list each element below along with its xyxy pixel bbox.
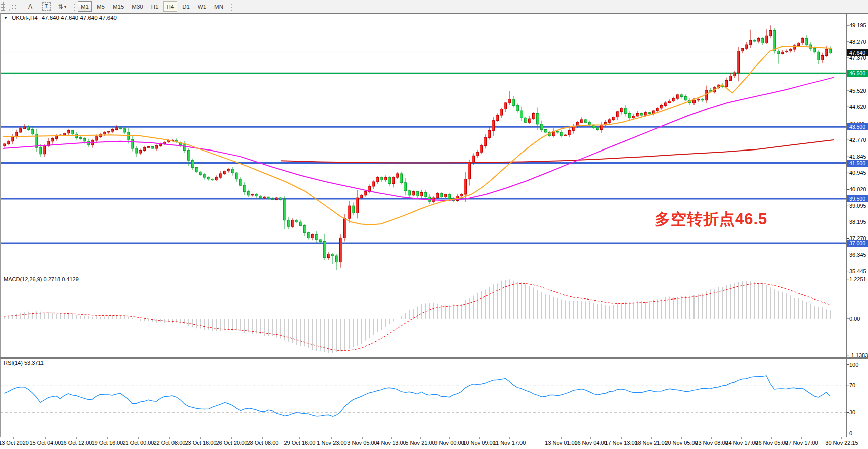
candle-body — [468, 162, 471, 179]
rsi-tick-label: 70 — [849, 382, 855, 388]
candle-body — [352, 206, 355, 213]
candle-body — [745, 45, 748, 48]
price-tick-label: 45.520 — [849, 88, 866, 94]
candle-body — [388, 177, 391, 183]
candle-body — [412, 192, 415, 195]
date-label: 28 Oct 08:00 — [247, 440, 279, 446]
candle-body — [396, 174, 399, 177]
level-price-box: 43.500 — [847, 123, 868, 130]
candle-body — [533, 113, 535, 119]
candle-body — [641, 113, 643, 115]
candle-body — [484, 138, 487, 146]
candle-body — [677, 95, 679, 98]
candle-body — [781, 52, 784, 54]
candle-body — [224, 171, 226, 174]
candle-body — [328, 254, 330, 258]
chart-annotation-text: 多空转折点46.5 — [655, 209, 767, 230]
candle-body — [645, 113, 647, 115]
date-label: 5 Nov 21:00 — [405, 440, 435, 446]
date-label: 16 Nov 04:00 — [574, 440, 607, 446]
candle-body — [629, 113, 631, 118]
candle-body — [240, 179, 242, 185]
candle-body — [673, 98, 675, 101]
candle-body — [697, 99, 700, 100]
candle-body — [464, 179, 467, 194]
date-label: 13 Nov 01:00 — [545, 440, 577, 446]
candle-body — [360, 195, 363, 198]
date-label: 29 Oct 16:00 — [284, 440, 316, 446]
macd-rsi-separator[interactable] — [0, 357, 868, 358]
candle-body — [416, 192, 419, 196]
candle-body — [440, 193, 443, 197]
candle-body — [220, 174, 222, 177]
candle-body — [633, 116, 635, 118]
candle-body — [500, 109, 503, 115]
price-tick-label: 35.445 — [849, 268, 866, 274]
candle-body — [769, 31, 772, 36]
date-label: 23 Nov 08:00 — [695, 440, 728, 446]
candle-body — [115, 128, 118, 130]
candle-body — [268, 197, 270, 199]
price-tick-label: 44.620 — [849, 104, 866, 110]
chart-title: UKOil-,H4 — [12, 15, 38, 21]
candle-body — [280, 198, 282, 200]
macd-panel-top-border — [0, 275, 868, 275]
price-tick-label: 49.195 — [849, 22, 866, 28]
candle-body — [512, 99, 515, 105]
date-label: 23 Oct 16:00 — [185, 440, 217, 446]
candle-body — [488, 130, 491, 137]
candle-body — [31, 130, 34, 134]
candle-body — [288, 220, 290, 226]
candle-body — [276, 198, 278, 200]
date-label: 13 Oct 2020 — [0, 440, 29, 446]
candle-body — [332, 254, 334, 256]
rsi-line — [4, 376, 830, 416]
candle-body — [829, 49, 832, 53]
date-label: 4 Nov 13:00 — [376, 440, 406, 446]
candle-body — [139, 151, 142, 153]
price-tick-label: 40.020 — [849, 186, 866, 192]
date-label: 27 Nov 17:00 — [785, 440, 818, 446]
candle-body — [669, 101, 671, 103]
macd-tick-label: 0.00 — [849, 316, 860, 322]
candle-body — [51, 138, 54, 141]
candle-body — [785, 51, 788, 52]
date-label: 26 Nov 05:00 — [755, 440, 788, 446]
candle-body — [701, 99, 704, 100]
date-label: 15 Oct 04:00 — [30, 440, 61, 446]
candle-body — [272, 199, 274, 200]
candle-body — [404, 183, 407, 191]
rsi-tick-label: 0 — [849, 430, 852, 436]
candle-body — [545, 130, 547, 132]
candle-body — [496, 115, 499, 121]
date-label: 20 Nov 05:00 — [665, 440, 698, 446]
candle-body — [284, 200, 286, 220]
candle-body — [324, 242, 326, 258]
main-macd-separator[interactable] — [0, 274, 868, 274]
candle-body — [384, 177, 387, 180]
candle-body — [749, 40, 752, 45]
candle-body — [741, 48, 744, 51]
candle-body — [460, 194, 463, 196]
candle-body — [516, 105, 519, 111]
candle-body — [525, 118, 527, 122]
date-label: 22 Oct 08:00 — [154, 440, 186, 446]
candle-body — [597, 128, 599, 130]
date-label: 17 Nov 13:00 — [605, 440, 637, 446]
candle-body — [637, 113, 639, 116]
symbol-menu-caret-icon[interactable]: ▼ — [4, 16, 8, 20]
date-label: 18 Nov 21:00 — [635, 440, 667, 446]
candle-body — [504, 103, 507, 109]
candle-body — [260, 196, 262, 198]
candle-body — [316, 234, 318, 240]
candle-body — [476, 152, 479, 156]
level-price-box: 46.500 — [847, 70, 868, 77]
slow-ma-line — [281, 140, 834, 163]
current-price-box: 47.640 — [847, 49, 868, 56]
candle-body — [336, 256, 338, 262]
candle-body — [765, 36, 768, 43]
chart-top-border — [0, 13, 868, 14]
candle-body — [296, 220, 298, 222]
candle-body — [364, 192, 367, 195]
candle-body — [428, 197, 431, 201]
